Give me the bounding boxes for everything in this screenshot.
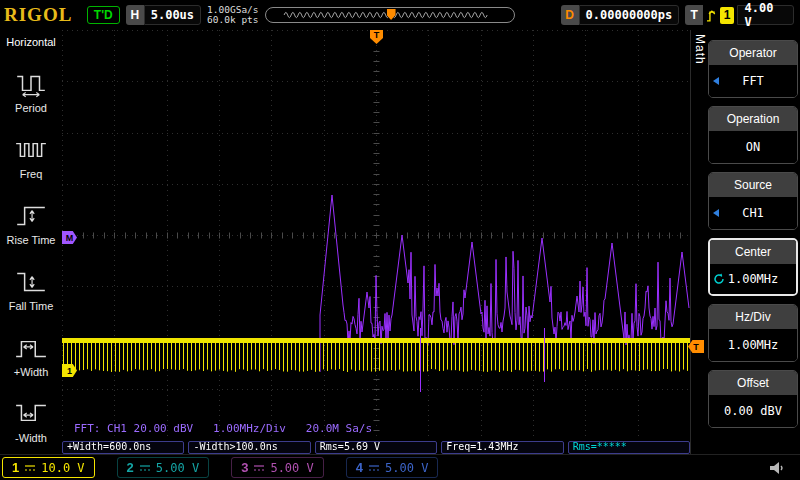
measure-category-title: Horizontal	[6, 36, 56, 48]
horizontal-label: H	[126, 5, 144, 25]
timebase-value: 5.00us	[144, 5, 201, 25]
measure-item-rise-time[interactable]: Rise Time	[7, 180, 56, 246]
acquisition-info: 1.00GSa/s 60.0k pts	[207, 5, 258, 25]
trigger-slope-icon	[706, 8, 717, 23]
dc-coupling-icon	[24, 463, 36, 473]
memory-depth: 60.0k pts	[207, 15, 258, 25]
channel-number: 3	[241, 460, 248, 475]
channel-2-status[interactable]: 2 5.00 V	[117, 457, 210, 478]
speaker-icon	[768, 460, 786, 476]
measure-sidebar: Horizontal Period Freq Rise Time	[0, 30, 62, 454]
trigger-level-value: 4.00 V	[737, 5, 794, 25]
measurement-freq: Freq=1.43MHz	[441, 441, 563, 454]
measurement-minus-width: -Width>100.0ns	[188, 441, 310, 454]
menu-item-source[interactable]: Source CH1	[708, 172, 798, 230]
period-icon	[14, 70, 48, 98]
menu-item-center[interactable]: Center 1.00MHz	[708, 238, 798, 296]
menu-value: 0.00 dBV	[724, 404, 782, 418]
oscilloscope-ui: RIGOL T'D H 5.00us 1.00GSa/s 60.0k pts D…	[0, 0, 800, 480]
channel-3-status[interactable]: 3 5.00 V	[231, 457, 324, 478]
measure-item-period[interactable]: Period	[14, 48, 48, 114]
fft-settings-readout: FFT: CH1 20.00 dBV 1.00MHz/Div 20.0M Sa/…	[74, 422, 372, 435]
trigger-status-badge: T'D	[87, 6, 120, 24]
channel-scale: 5.00 V	[156, 461, 199, 475]
channel-4-status[interactable]: 4 5.00 V	[346, 457, 439, 478]
menu-value: CH1	[742, 206, 764, 220]
menu-label: Operator	[709, 41, 797, 65]
trigger-group: T 1 4.00 V	[685, 5, 794, 25]
menu-label: Source	[709, 173, 797, 197]
dc-coupling-icon	[139, 463, 151, 473]
channel-1-status[interactable]: 1 10.0 V	[2, 457, 95, 478]
menu-value: ON	[746, 140, 760, 154]
channel-scale: 5.00 V	[385, 461, 428, 475]
measure-item-fall-time[interactable]: Fall Time	[9, 246, 54, 312]
menu-label: Operation	[709, 107, 797, 131]
delay-label: D	[561, 5, 579, 25]
channel-scale: 5.00 V	[270, 461, 313, 475]
menu-item-hzdiv[interactable]: Hz/Div 1.00MHz	[708, 304, 798, 362]
submenu-arrow-icon	[713, 209, 719, 217]
menu-value: 1.00MHz	[728, 272, 779, 286]
submenu-arrow-icon	[713, 77, 719, 85]
top-status-bar: RIGOL T'D H 5.00us 1.00GSa/s 60.0k pts D…	[0, 0, 800, 30]
measure-item-minus-width[interactable]: -Width	[14, 378, 48, 444]
dc-coupling-icon	[253, 463, 265, 473]
trigger-label: T	[685, 5, 703, 25]
measure-item-label: Fall Time	[9, 300, 54, 312]
channel-scale: 10.0 V	[41, 461, 84, 475]
menu-item-offset[interactable]: Offset 0.00 dBV	[708, 370, 798, 428]
fall-time-icon	[14, 268, 48, 296]
freq-icon	[14, 136, 48, 164]
channel-number: 2	[127, 460, 134, 475]
measurement-rms: Rms=5.69 V	[315, 441, 437, 454]
menu-value: 1.00MHz	[728, 338, 779, 352]
math-menu-panel: Math Operator FFT Operation ON Source C	[690, 30, 800, 454]
menu-label: Offset	[709, 371, 797, 395]
measurement-plus-width: +Width=600.0ns	[62, 441, 184, 454]
trigger-source-badge: 1	[720, 7, 735, 24]
waveform-memory-bar	[265, 7, 515, 23]
channel-number: 4	[356, 460, 363, 475]
measure-item-label: Freq	[20, 168, 43, 180]
graticule-area: T M 1 FFT: CH1 20.00 dBV 1.00MHz/Div 20.…	[62, 30, 690, 440]
delay-group: D 0.00000000ps	[561, 5, 680, 25]
dc-coupling-icon	[368, 463, 380, 473]
rise-time-icon	[14, 202, 48, 230]
minus-width-icon	[14, 400, 48, 428]
rotate-knob-icon	[713, 273, 725, 285]
math-tab: Math	[692, 34, 707, 65]
rigol-logo: RIGOL	[4, 4, 81, 26]
measure-item-freq[interactable]: Freq	[14, 114, 48, 180]
timebase-group: H 5.00us	[126, 5, 201, 25]
measurement-rms2: Rms=*****	[568, 441, 690, 454]
measurement-readout-row: +Width=600.0ns -Width>100.0ns Rms=5.69 V…	[62, 441, 690, 454]
measure-item-label: Rise Time	[7, 234, 56, 246]
menu-label: Center	[710, 240, 796, 264]
measure-item-label: -Width	[15, 432, 47, 444]
plus-width-icon	[14, 334, 48, 362]
delay-value: 0.00000000ps	[579, 5, 680, 25]
channel-number: 1	[12, 460, 19, 475]
menu-label: Hz/Div	[709, 305, 797, 329]
measure-item-plus-width[interactable]: +Width	[14, 312, 49, 378]
measure-item-label: +Width	[14, 366, 49, 378]
channel-status-bar: 1 10.0 V 2 5.00 V 3 5.00 V 4	[0, 454, 800, 480]
menu-value: FFT	[742, 74, 764, 88]
graticule-canvas	[62, 30, 690, 440]
menu-item-operator[interactable]: Operator FFT	[708, 40, 798, 98]
menu-item-operation[interactable]: Operation ON	[708, 106, 798, 164]
measure-item-label: Period	[15, 102, 47, 114]
